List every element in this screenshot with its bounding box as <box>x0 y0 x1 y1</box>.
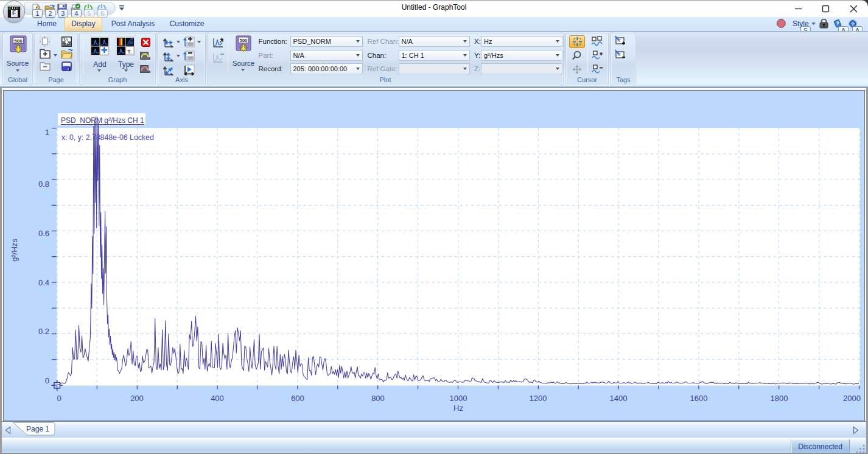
svg-text:600: 600 <box>291 394 304 403</box>
svg-text:200: 200 <box>130 394 144 403</box>
svg-text:T: T <box>63 37 66 41</box>
svg-text:0.6: 0.6 <box>38 229 49 238</box>
svg-text:g²/Hzs: g²/Hzs <box>10 239 19 262</box>
svg-text:0.2: 0.2 <box>38 327 49 336</box>
svg-text:Page 1: Page 1 <box>26 425 49 433</box>
svg-text:1: 1 <box>45 128 49 137</box>
svg-text:1200: 1200 <box>530 394 547 403</box>
svg-text:800: 800 <box>371 394 385 403</box>
svg-text:x: 0, y: 2.78848e-06 Locked: x: 0, y: 2.78848e-06 Locked <box>61 133 154 142</box>
svg-text:0: 0 <box>57 394 61 403</box>
svg-text:500: 500 <box>14 38 23 44</box>
svg-text:T.: T. <box>127 48 131 55</box>
svg-text:400: 400 <box>211 394 224 403</box>
svg-text:2000: 2000 <box>843 394 861 403</box>
svg-text:1800: 1800 <box>771 394 788 403</box>
svg-text:0: 0 <box>45 376 49 385</box>
svg-text:1400: 1400 <box>610 394 628 403</box>
svg-text:0.8: 0.8 <box>38 180 49 189</box>
svg-text:500: 500 <box>240 38 248 43</box>
svg-text:1600: 1600 <box>690 394 708 403</box>
svg-text:Hz: Hz <box>453 403 463 413</box>
svg-text:0.4: 0.4 <box>38 278 49 287</box>
svg-text:PSD_NORM g²/Hzs CH 1: PSD_NORM g²/Hzs CH 1 <box>61 116 144 125</box>
svg-text:1000: 1000 <box>450 394 467 403</box>
